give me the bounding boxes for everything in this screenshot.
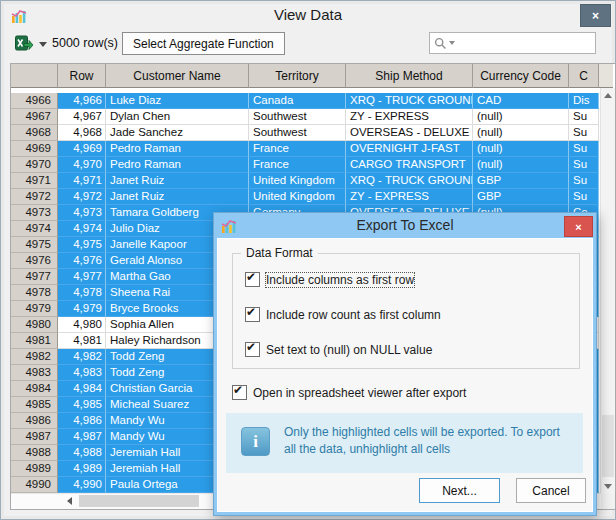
row-number-cell[interactable]: 4,972: [58, 189, 106, 205]
ship-method-cell[interactable]: XRQ - TRUCK GROUND: [346, 93, 473, 109]
row-number-cell[interactable]: 4,975: [58, 237, 106, 253]
row-gutter-cell[interactable]: 4969: [11, 141, 58, 157]
customer-name-cell[interactable]: Dylan Chen: [106, 109, 249, 125]
currency-code-cell[interactable]: GBP: [473, 189, 569, 205]
customer-type-cell[interactable]: Su: [569, 189, 599, 205]
table-row[interactable]: 4969 4,969 Pedro Raman France OVERNIGHT …: [11, 141, 599, 157]
row-gutter-cell[interactable]: 4989: [11, 461, 58, 477]
vertical-scrollbar[interactable]: [600, 88, 615, 494]
checkbox-box[interactable]: [245, 342, 260, 357]
row-gutter-cell[interactable]: 4982: [11, 349, 58, 365]
row-gutter-cell[interactable]: 4977: [11, 269, 58, 285]
row-gutter-cell[interactable]: 4984: [11, 381, 58, 397]
row-gutter-cell[interactable]: 4973: [11, 205, 58, 221]
row-number-cell[interactable]: 4,969: [58, 141, 106, 157]
checkbox-box[interactable]: [245, 272, 260, 287]
currency-code-cell[interactable]: (null): [473, 157, 569, 173]
ship-method-cell[interactable]: ZY - EXPRESS: [346, 109, 473, 125]
customer-type-cell[interactable]: Dis: [569, 93, 599, 109]
row-gutter-cell[interactable]: 4990: [11, 477, 58, 493]
ship-method-cell[interactable]: ZY - EXPRESS: [346, 189, 473, 205]
dialog-close-button[interactable]: ×: [564, 216, 593, 237]
row-gutter-cell[interactable]: 4975: [11, 237, 58, 253]
table-row[interactable]: 4966 4,966 Luke Diaz Canada XRQ - TRUCK …: [11, 93, 599, 109]
territory-cell[interactable]: France: [249, 141, 346, 157]
ship-method-cell[interactable]: XRQ - TRUCK GROUND: [346, 173, 473, 189]
export-dropdown-caret[interactable]: [39, 42, 47, 47]
row-number-cell[interactable]: 4,989: [58, 461, 106, 477]
territory-cell[interactable]: Canada: [249, 93, 346, 109]
ship-method-cell[interactable]: OVERNIGHT J-FAST: [346, 141, 473, 157]
vertical-scroll-thumb[interactable]: [602, 415, 614, 477]
customer-name-cell[interactable]: Janet Ruiz: [106, 189, 249, 205]
row-number-cell[interactable]: 4,981: [58, 333, 106, 349]
customer-name-cell[interactable]: Pedro Raman: [106, 157, 249, 173]
scroll-up-button[interactable]: [601, 88, 614, 103]
row-gutter-cell[interactable]: 4986: [11, 413, 58, 429]
currency-code-cell[interactable]: GBP: [473, 173, 569, 189]
table-row[interactable]: 4967 4,967 Dylan Chen Southwest ZY - EXP…: [11, 109, 599, 125]
territory-cell[interactable]: United Kingdom: [249, 189, 346, 205]
territory-cell[interactable]: Southwest: [249, 109, 346, 125]
table-row[interactable]: 4971 4,971 Janet Ruiz United Kingdom XRQ…: [11, 173, 599, 189]
row-gutter-cell[interactable]: 4981: [11, 333, 58, 349]
currency-code-cell[interactable]: CAD: [473, 93, 569, 109]
row-number-cell[interactable]: 4,988: [58, 445, 106, 461]
row-number-cell[interactable]: 4,987: [58, 429, 106, 445]
table-row[interactable]: 4968 4,968 Jade Sanchez Southwest OVERSE…: [11, 125, 599, 141]
row-gutter-cell[interactable]: 4988: [11, 445, 58, 461]
customer-name-cell[interactable]: Luke Diaz: [106, 93, 249, 109]
search-caret[interactable]: [449, 41, 455, 45]
ship-method-cell[interactable]: OVERSEAS - DELUXE: [346, 125, 473, 141]
row-number-cell[interactable]: 4,980: [58, 317, 106, 333]
currency-code-cell[interactable]: (null): [473, 141, 569, 157]
scroll-down-button[interactable]: [601, 479, 614, 494]
col-header-customer-name[interactable]: Customer Name: [106, 64, 249, 88]
search-box[interactable]: [429, 32, 596, 54]
territory-cell[interactable]: France: [249, 157, 346, 173]
scroll-left-button[interactable]: [61, 494, 77, 508]
col-header-gutter[interactable]: [11, 64, 58, 88]
cancel-button[interactable]: Cancel: [516, 478, 586, 503]
next-button[interactable]: Next...: [419, 478, 500, 503]
customer-type-cell[interactable]: Su: [569, 173, 599, 189]
checkbox-label[interactable]: Set text to (null) on NULL value: [266, 343, 432, 357]
data-format-checkbox[interactable]: Include row count as first column: [245, 307, 573, 322]
row-number-cell[interactable]: 4,970: [58, 157, 106, 173]
row-number-cell[interactable]: 4,967: [58, 109, 106, 125]
row-number-cell[interactable]: 4,977: [58, 269, 106, 285]
row-number-cell[interactable]: 4,971: [58, 173, 106, 189]
row-number-cell[interactable]: 4,973: [58, 205, 106, 221]
row-number-cell[interactable]: 4,974: [58, 221, 106, 237]
customer-name-cell[interactable]: Jade Sanchez: [106, 125, 249, 141]
window-close-button[interactable]: ×: [580, 4, 611, 27]
row-gutter-cell[interactable]: 4968: [11, 125, 58, 141]
search-input[interactable]: [459, 34, 595, 52]
row-gutter-cell[interactable]: 4980: [11, 317, 58, 333]
checkbox-box[interactable]: [245, 307, 260, 322]
row-gutter-cell[interactable]: 4974: [11, 221, 58, 237]
customer-name-cell[interactable]: Pedro Raman: [106, 141, 249, 157]
checkbox-label[interactable]: Include row count as first column: [266, 308, 441, 322]
select-aggregate-function-button[interactable]: Select Aggregate Function: [122, 32, 285, 55]
row-gutter-cell[interactable]: 4976: [11, 253, 58, 269]
row-gutter-cell[interactable]: 4987: [11, 429, 58, 445]
ship-method-cell[interactable]: CARGO TRANSPORT: [346, 157, 473, 173]
checkbox-box[interactable]: [232, 385, 247, 400]
customer-type-cell[interactable]: Su: [569, 109, 599, 125]
row-number-cell[interactable]: 4,990: [58, 477, 106, 493]
row-gutter-cell[interactable]: 4985: [11, 397, 58, 413]
row-number-cell[interactable]: 4,976: [58, 253, 106, 269]
customer-type-cell[interactable]: Su: [569, 141, 599, 157]
open-in-viewer-checkbox[interactable]: Open in spreadsheet viewer after export: [232, 385, 466, 400]
checkbox-label[interactable]: Include columns as first row: [266, 273, 414, 287]
col-header-currency-code[interactable]: Currency Code: [473, 64, 569, 88]
row-gutter-cell[interactable]: 4967: [11, 109, 58, 125]
currency-code-cell[interactable]: (null): [473, 109, 569, 125]
territory-cell[interactable]: United Kingdom: [249, 173, 346, 189]
currency-code-cell[interactable]: (null): [473, 125, 569, 141]
row-gutter-cell[interactable]: 4978: [11, 285, 58, 301]
checkbox-label[interactable]: Open in spreadsheet viewer after export: [253, 386, 466, 400]
col-header-ship-method[interactable]: Ship Method: [346, 64, 473, 88]
row-number-cell[interactable]: 4,966: [58, 93, 106, 109]
